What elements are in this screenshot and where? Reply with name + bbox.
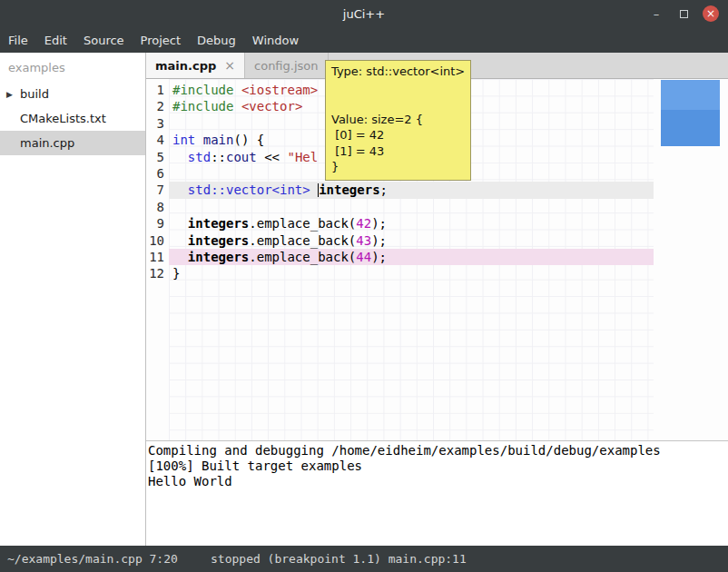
code-line-11[interactable]: integers.emplace_back(44); <box>169 249 654 265</box>
code-token: :: <box>211 150 226 164</box>
close-button[interactable]: × <box>703 5 719 22</box>
code-token: << <box>257 150 288 164</box>
code-token: <vector> <box>241 99 302 113</box>
code-token <box>172 250 188 264</box>
line-number: 9 <box>146 215 164 232</box>
line-number: 6 <box>146 165 164 182</box>
app-window: juCi++ – × FileEditSourceProjectDebugWin… <box>0 0 728 572</box>
menu-item-project[interactable]: Project <box>133 27 189 53</box>
output-line: Compiling and debugging /home/eidheim/ex… <box>148 443 728 459</box>
tab-close-icon[interactable]: × <box>224 58 235 73</box>
line-number: 12 <box>146 265 164 281</box>
code-token: .emplace_back( <box>249 216 356 231</box>
code-token: ; <box>380 182 388 197</box>
line-number: 4 <box>146 132 164 148</box>
line-number: 8 <box>146 199 164 215</box>
line-number: 1 <box>146 82 164 98</box>
code-token: ); <box>371 250 387 264</box>
line-number: 11 <box>146 249 164 265</box>
code-token: #include <box>172 83 233 97</box>
code-token: std <box>188 150 211 164</box>
tooltip-line: Value: size=2 { <box>331 112 465 128</box>
minimap-viewport-thumb[interactable] <box>661 80 720 146</box>
code-token: integers <box>188 216 249 231</box>
code-token: "Hel <box>287 150 318 164</box>
file-sidebar: examples ▶buildCMakeLists.txtmain.cpp <box>0 53 145 546</box>
tooltip-line: [1] = 43 <box>331 143 465 160</box>
menu-item-file[interactable]: File <box>0 27 36 53</box>
code-token: } <box>172 266 180 281</box>
project-name: examples <box>0 53 145 82</box>
code-line-7[interactable]: std::vector<int> integers; <box>169 182 654 198</box>
code-token <box>195 133 202 147</box>
status-file-position: ~/examples/main.cpp 7:20 <box>0 552 211 566</box>
code-line-10[interactable]: integers.emplace_back(43); <box>169 232 654 249</box>
tree-item-label: main.cpp <box>20 136 74 150</box>
expander-icon[interactable]: ▶ <box>6 90 13 99</box>
code-token: integers <box>319 182 379 197</box>
code-token <box>172 233 188 248</box>
code-token: .emplace_back( <box>249 233 356 248</box>
code-token: () { <box>233 133 264 147</box>
tree-item-label: build <box>20 87 49 101</box>
line-number: 3 <box>146 115 164 132</box>
code-token: cout <box>226 150 257 164</box>
code-token: ); <box>371 233 387 248</box>
code-token: integers <box>188 233 249 248</box>
code-token <box>233 99 241 113</box>
tooltip-line <box>331 80 465 96</box>
menubar: FileEditSourceProjectDebugWindow <box>0 27 728 53</box>
menu-item-edit[interactable]: Edit <box>36 27 75 53</box>
menu-item-source[interactable]: Source <box>75 27 133 53</box>
code-token: int <box>172 133 195 147</box>
code-token <box>310 182 318 197</box>
code-token: 42 <box>356 216 371 231</box>
tooltip-line: Type: std::vector<int> <box>331 64 465 80</box>
code-line-9[interactable]: integers.emplace_back(42); <box>169 215 654 232</box>
code-token: ); <box>371 216 387 231</box>
code-token: <iostream> <box>241 83 318 97</box>
statusbar: ~/examples/main.cpp 7:20 stopped (breakp… <box>0 546 728 572</box>
tab-label: main.cpp <box>155 59 216 73</box>
code-line-12[interactable]: } <box>169 265 654 281</box>
tree-item-build[interactable]: ▶build <box>0 82 145 106</box>
line-number: 7 <box>146 182 164 198</box>
code-token: integers <box>188 250 249 264</box>
titlebar[interactable]: juCi++ – × <box>0 0 728 27</box>
tree-item-main-cpp[interactable]: main.cpp <box>0 131 145 155</box>
line-number: 2 <box>146 98 164 114</box>
code-token: #include <box>172 99 233 113</box>
code-token: std::vector<int> <box>188 182 310 197</box>
window-controls: – × <box>648 0 719 27</box>
restore-button[interactable] <box>675 5 692 22</box>
line-number: 10 <box>146 232 164 249</box>
gutter: 123456789101112 <box>146 79 169 440</box>
file-tree: ▶buildCMakeLists.txtmain.cpp <box>0 82 145 155</box>
code-token <box>172 182 188 197</box>
minimize-button[interactable]: – <box>648 5 664 22</box>
code-line-8[interactable] <box>169 199 654 215</box>
window-title: juCi++ <box>343 7 385 21</box>
tab-label: config.json <box>254 59 319 73</box>
tooltip-line: } <box>331 159 465 175</box>
code-token <box>172 216 188 231</box>
menu-item-debug[interactable]: Debug <box>189 27 244 53</box>
status-debug-state: stopped (breakpoint 1.1) main.cpp:11 <box>211 552 467 566</box>
tooltip-line <box>331 95 465 112</box>
code-token: .emplace_back( <box>249 250 356 264</box>
tooltip-line: [0] = 42 <box>331 127 465 143</box>
output-panel[interactable]: Compiling and debugging /home/eidheim/ex… <box>146 441 728 546</box>
code-token <box>172 150 188 164</box>
tree-item-cmakelists-txt[interactable]: CMakeLists.txt <box>0 106 145 131</box>
menu-item-window[interactable]: Window <box>244 27 307 53</box>
code-token: main <box>203 133 234 147</box>
code-token <box>233 83 241 97</box>
tab-config-json[interactable]: config.json <box>245 53 329 78</box>
tab-main-cpp[interactable]: main.cpp× <box>146 53 245 78</box>
debug-value-tooltip: Type: std::vector<int>Value: size=2 { [0… <box>325 60 471 181</box>
output-line: [100%] Built target examples <box>148 459 728 474</box>
line-number: 5 <box>146 149 164 165</box>
output-line: Hello World <box>148 474 728 489</box>
code-token: 44 <box>356 250 371 264</box>
tree-item-label: CMakeLists.txt <box>20 112 106 125</box>
